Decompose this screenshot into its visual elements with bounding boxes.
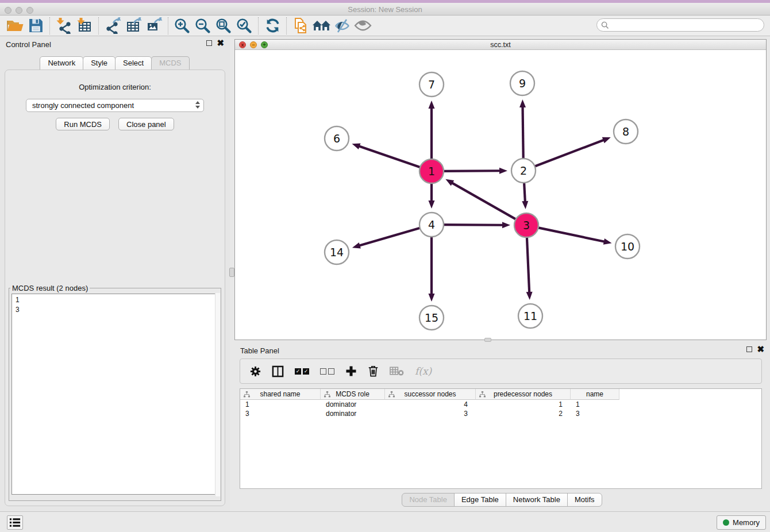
status-bar: Memory	[0, 511, 770, 532]
run-mcds-button[interactable]: Run MCDS	[56, 118, 110, 130]
node-table: shared nameMCDS rolesuccessor nodesprede…	[240, 388, 762, 489]
refresh-icon[interactable]	[262, 17, 283, 35]
graph-node-label-14: 14	[330, 246, 344, 259]
graph-arrowhead-1-4	[429, 201, 435, 209]
close-table-panel-icon[interactable]: ✖	[757, 346, 764, 352]
task-history-button[interactable]	[7, 515, 23, 530]
tab-style[interactable]: Style	[83, 56, 116, 70]
zoom-selected-icon[interactable]	[234, 17, 255, 35]
graph-arrowhead-2-9	[519, 99, 526, 107]
control-panel-tabs: NetworkStyleSelectMCDS	[0, 56, 230, 70]
toolbar-separator	[49, 17, 50, 34]
graph-arrowhead-3-1	[445, 179, 454, 186]
table-cell[interactable]: 1	[476, 400, 571, 409]
search-input[interactable]	[609, 21, 753, 29]
network-canvas[interactable]: 1234678910111415	[235, 50, 767, 341]
close-panel-button[interactable]: Close panel	[118, 118, 174, 130]
add-row-icon[interactable]	[345, 365, 357, 377]
home-icon[interactable]	[311, 17, 332, 35]
delete-table-icon[interactable]	[390, 366, 404, 376]
open-folder-icon[interactable]	[5, 17, 25, 35]
optimization-criterion-label: Optimization criterion:	[5, 83, 225, 91]
graph-node-label-11: 11	[523, 310, 537, 322]
graph-arrowhead-2-3	[522, 201, 528, 209]
close-panel-icon[interactable]: ✖	[217, 40, 224, 46]
column-header-successor-nodes[interactable]: successor nodes	[385, 389, 476, 400]
table-cell[interactable]: dominator	[321, 409, 385, 418]
tab-motifs[interactable]: Motifs	[567, 493, 602, 507]
window-title: Session: New Session	[0, 5, 770, 14]
table-cell[interactable]: 3	[240, 409, 321, 418]
show-columns-icon[interactable]	[272, 365, 284, 377]
hide-visibility-icon[interactable]	[332, 17, 352, 35]
graph-edge-3-1[interactable]	[451, 182, 517, 219]
unselect-all-checkboxes-icon[interactable]	[320, 368, 334, 375]
mcds-panel: Optimization criterion: strongly connect…	[5, 70, 225, 506]
zoom-fit-icon[interactable]	[213, 17, 234, 35]
memory-button[interactable]: Memory	[717, 515, 766, 530]
graph-arrowhead-4-3	[502, 222, 510, 228]
table-cell[interactable]: 3	[571, 409, 619, 418]
table-cell[interactable]: 4	[385, 400, 476, 409]
table-row[interactable]: 1dominator411	[240, 400, 761, 409]
export-image-icon[interactable]	[144, 17, 164, 35]
export-table-icon[interactable]	[123, 17, 144, 35]
graph-edge-4-3[interactable]	[442, 225, 504, 225]
import-network-icon[interactable]	[53, 17, 74, 35]
graph-arrowhead-3-10	[603, 238, 612, 245]
toolbar-separator	[98, 17, 99, 34]
graph-edge-1-2[interactable]	[442, 171, 501, 171]
table-cell[interactable]: dominator	[321, 400, 385, 409]
table-panel-title: Table Panel	[240, 346, 279, 355]
table-cell[interactable]: 1	[571, 400, 619, 409]
search-field[interactable]	[596, 18, 764, 32]
table-cell[interactable]: 1	[240, 400, 321, 409]
column-header-MCDS-role[interactable]: MCDS role	[321, 389, 385, 400]
float-table-panel-icon[interactable]	[746, 346, 752, 352]
graph-edge-1-6[interactable]	[358, 146, 421, 168]
column-header-predecessor-nodes[interactable]: predecessor nodes	[476, 389, 571, 400]
graph-edge-2-9[interactable]	[523, 106, 523, 160]
graph-edge-2-8[interactable]	[534, 140, 605, 167]
graph-edge-3-11[interactable]	[527, 236, 529, 294]
settings-gear-icon[interactable]	[250, 366, 261, 377]
export-network-icon[interactable]	[102, 17, 123, 35]
tab-network[interactable]: Network	[40, 56, 83, 70]
table-row[interactable]: 3dominator323	[240, 409, 761, 418]
column-header-name[interactable]: name	[571, 389, 619, 400]
import-table-icon[interactable]	[74, 17, 95, 35]
network-window-titlebar[interactable]: x − + scc.txt	[235, 40, 766, 50]
graph-arrowhead-2-8	[602, 137, 611, 143]
table-toolbar: ✓✓f(x)	[240, 358, 762, 384]
zoom-out-icon[interactable]	[192, 17, 213, 35]
table-cell[interactable]: 2	[476, 409, 571, 418]
eye-icon[interactable]	[352, 17, 373, 35]
control-panel-title: Control Panel	[6, 40, 51, 49]
horizontal-splitter-handle[interactable]	[484, 338, 491, 342]
tab-mcds[interactable]: MCDS	[151, 56, 189, 70]
criterion-select[interactable]: strongly connected component	[26, 99, 204, 112]
save-icon[interactable]	[25, 17, 46, 35]
tab-edge-table[interactable]: Edge Table	[454, 493, 506, 507]
select-spinner-icon	[195, 101, 200, 109]
zoom-in-icon[interactable]	[172, 17, 192, 35]
graph-edge-2-3[interactable]	[524, 182, 525, 203]
mcds-result-textarea[interactable]: 1 3	[11, 294, 218, 495]
copy-network-icon[interactable]	[290, 17, 311, 35]
graph-edge-3-10[interactable]	[537, 228, 606, 242]
list-icon	[9, 518, 21, 527]
vertical-splitter-handle[interactable]	[229, 268, 234, 277]
float-panel-icon[interactable]	[206, 40, 212, 46]
toolbar-separator	[168, 17, 168, 34]
select-all-checkboxes-icon[interactable]: ✓✓	[295, 368, 309, 375]
table-cell[interactable]: 3	[385, 409, 476, 418]
tab-select[interactable]: Select	[115, 56, 152, 70]
graph-edge-4-14[interactable]	[358, 228, 421, 246]
delete-row-icon[interactable]	[368, 365, 379, 377]
tab-network-table[interactable]: Network Table	[506, 493, 568, 507]
function-builder-icon[interactable]: f(x)	[415, 365, 432, 377]
tab-node-table[interactable]: Node Table	[402, 493, 455, 507]
memory-label: Memory	[733, 518, 760, 527]
result-scrollbar[interactable]	[215, 293, 220, 496]
column-header-shared-name[interactable]: shared name	[240, 389, 321, 400]
